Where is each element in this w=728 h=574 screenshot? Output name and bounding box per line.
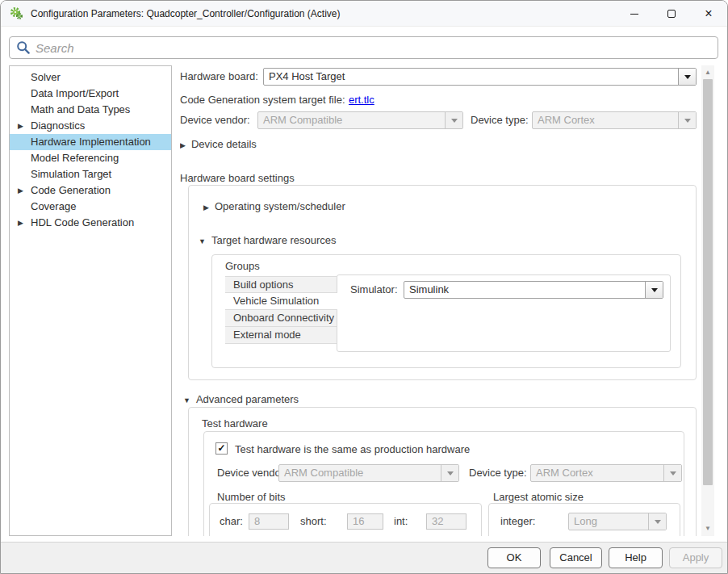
hardware-board-label: Hardware board: <box>180 70 258 82</box>
scroll-down-icon[interactable]: ▼ <box>701 523 714 534</box>
simulator-select[interactable]: Simulink <box>404 281 663 299</box>
search-input[interactable] <box>36 38 718 57</box>
device-vendor-select: ARM Compatible <box>278 464 459 482</box>
apply-button[interactable]: Apply <box>669 547 722 568</box>
configuration-parameters-dialog: Configuration Parameters: Quadcopter_Con… <box>0 0 728 574</box>
simulator-value: Simulink <box>404 282 645 298</box>
sidebar-item-hdl-code-generation[interactable]: ▶ HDL Code Generation <box>10 215 171 231</box>
hardware-board-settings-title: Hardware board settings <box>180 172 295 184</box>
device-vendor-value: ARM Compatible <box>279 465 441 481</box>
window-title: Configuration Parameters: Quadcopter_Con… <box>31 8 341 19</box>
device-type-value: ARM Cortex <box>533 112 678 128</box>
dropdown-button[interactable] <box>645 282 663 298</box>
integer-value: Long <box>569 513 648 530</box>
advanced-parameters-toggle[interactable]: ▼Advanced parameters <box>183 393 299 405</box>
dropdown-button <box>678 112 696 128</box>
dropdown-button[interactable] <box>678 69 696 85</box>
target-hardware-resources-toggle[interactable]: ▼Target hardware resources <box>199 234 337 246</box>
device-vendor-label: Device vendor: <box>217 467 287 479</box>
test-hardware-title: Test hardware <box>202 417 268 429</box>
ok-button[interactable]: OK <box>487 547 541 568</box>
target-file-link[interactable]: ert.tlc <box>349 94 374 106</box>
char-field: 8 <box>249 513 289 530</box>
device-type-select: ARM Cortex <box>532 111 697 129</box>
chevron-right-icon[interactable]: ▶ <box>18 215 23 231</box>
chevron-right-icon: ▶ <box>203 203 209 212</box>
sidebar-item-label: Diagnostics <box>31 118 85 134</box>
groups-title: Groups <box>225 260 260 272</box>
footer-bar: OK Cancel Help Apply <box>1 542 727 573</box>
scroll-up-icon[interactable]: ▲ <box>701 67 714 78</box>
os-scheduler-label: Operating system/scheduler <box>215 200 345 212</box>
search-icon <box>16 40 31 55</box>
vertical-scrollbar[interactable]: ▲ ▼ <box>701 65 714 536</box>
chevron-down-icon <box>651 288 658 292</box>
sidebar-item-math-and-data-types[interactable]: Math and Data Types <box>10 102 171 118</box>
device-type-value: ARM Cortex <box>531 465 663 481</box>
device-type-label: Device type: <box>469 467 527 479</box>
close-button[interactable]: × <box>690 1 727 27</box>
sidebar-item-hardware-implementation[interactable]: Hardware Implementation <box>10 134 171 150</box>
device-details-label: Device details <box>191 138 257 150</box>
test-hardware-checkbox[interactable]: ✓ <box>215 442 228 455</box>
dropdown-button <box>663 465 681 481</box>
device-details-toggle[interactable]: ▶Device details <box>180 138 257 150</box>
sidebar-item-solver[interactable]: Solver <box>10 69 171 86</box>
integer-select: Long <box>568 513 667 530</box>
chevron-right-icon[interactable]: ▶ <box>18 118 23 134</box>
minimize-button[interactable] <box>616 1 653 27</box>
scrollbar-thumb[interactable] <box>703 79 713 485</box>
sidebar-item-coverage[interactable]: Coverage <box>10 199 171 215</box>
sidebar-item-code-generation[interactable]: ▶ Code Generation <box>10 182 171 199</box>
cancel-button[interactable]: Cancel <box>550 547 602 568</box>
chevron-down-icon <box>655 520 661 524</box>
chevron-right-icon[interactable]: ▶ <box>18 182 23 199</box>
group-tab-build-options[interactable]: Build options <box>225 276 337 293</box>
group-tab-onboard-connectivity[interactable]: Onboard Connectivity <box>225 310 337 327</box>
device-vendor-select: ARM Compatible <box>257 111 463 129</box>
minimize-icon <box>630 14 638 15</box>
target-hardware-resources-label: Target hardware resources <box>211 234 337 246</box>
chevron-down-icon <box>684 75 691 79</box>
device-type-label: Device type: <box>471 114 529 126</box>
main-panel: Hardware board: PX4 Host Target Code Gen… <box>180 65 700 536</box>
maximize-icon <box>667 10 676 18</box>
group-tab-external-mode[interactable]: External mode <box>225 327 337 344</box>
number-of-bits-box: char: 8 short: 16 int: 32 <box>209 503 482 536</box>
integer-label: integer: <box>500 515 535 527</box>
sidebar-item-diagnostics[interactable]: ▶ Diagnostics <box>10 118 171 134</box>
sidebar-item-simulation-target[interactable]: Simulation Target <box>10 166 171 182</box>
sidebar-item-model-referencing[interactable]: Model Referencing <box>10 150 171 166</box>
short-field: 16 <box>347 513 383 530</box>
help-button[interactable]: Help <box>609 547 663 568</box>
simulink-gear-icon <box>10 6 23 20</box>
target-file-label: Code Generation system target file: <box>180 94 345 106</box>
os-scheduler-toggle[interactable]: ▶Operating system/scheduler <box>203 200 345 212</box>
sidebar-item-label: Math and Data Types <box>31 102 130 118</box>
device-vendor-value: ARM Compatible <box>258 112 445 128</box>
chevron-down-icon: ▼ <box>183 396 190 404</box>
dropdown-button <box>648 513 666 530</box>
device-type-select: ARM Cortex <box>530 464 682 482</box>
test-hardware-box: ✓ Test hardware is the same as productio… <box>203 431 684 536</box>
sidebar-item-label: Solver <box>31 69 61 86</box>
sidebar-item-label: Hardware Implementation <box>31 134 151 150</box>
sidebar-item-label: Coverage <box>31 199 76 215</box>
largest-atomic-size-title: Largest atomic size <box>493 491 584 503</box>
maximize-button[interactable] <box>653 1 690 27</box>
sidebar-item-label: Simulation Target <box>31 166 111 182</box>
short-label: short: <box>300 515 327 527</box>
sidebar-tree: Solver Data Import/Export Math and Data … <box>9 65 172 536</box>
search-box <box>9 36 718 59</box>
dropdown-button <box>445 112 462 128</box>
dropdown-button <box>441 465 458 481</box>
chevron-down-icon <box>451 119 458 123</box>
group-tab-panel: Simulator: Simulink <box>337 274 671 352</box>
int-field: 32 <box>426 513 467 530</box>
chevron-down-icon: ▼ <box>199 237 206 245</box>
test-hardware-checkbox-label: Test hardware is the same as production … <box>235 443 470 455</box>
hardware-board-select[interactable]: PX4 Host Target <box>263 68 697 86</box>
sidebar-item-data-import-export[interactable]: Data Import/Export <box>10 86 171 102</box>
group-tab-vehicle-simulation[interactable]: Vehicle Simulation <box>225 293 337 310</box>
advanced-parameters-label: Advanced parameters <box>196 393 299 405</box>
